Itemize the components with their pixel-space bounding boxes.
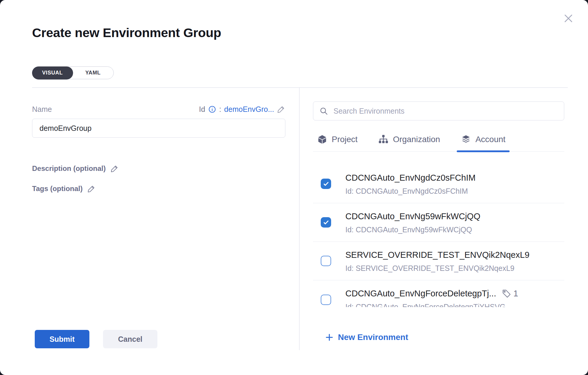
- tag-icon: [502, 289, 511, 298]
- search-input[interactable]: [333, 107, 558, 116]
- tag-count: 1: [513, 289, 518, 298]
- edit-id-icon[interactable]: [277, 105, 285, 113]
- visual-yaml-toggle: VISUAL YAML: [32, 66, 114, 79]
- env-id: Id: CDCNGAuto_EnvNg59wFkWCjQQ: [345, 225, 480, 234]
- check-icon: [323, 219, 330, 226]
- env-id: Id: CDCNGAuto_EnvNgForceDeletegpTjYHSVG: [345, 302, 518, 307]
- env-checkbox[interactable]: [321, 217, 331, 228]
- edit-description-icon[interactable]: [110, 164, 119, 173]
- edit-tags-icon[interactable]: [87, 185, 96, 193]
- submit-button[interactable]: Submit: [35, 330, 89, 348]
- scope-tabs: Project Organization Account: [313, 120, 564, 152]
- close-icon: [563, 13, 574, 24]
- env-checkbox[interactable]: [321, 256, 331, 266]
- tab-project-label: Project: [332, 134, 358, 145]
- id-row: Id : demoEnvGro...: [199, 105, 285, 114]
- tab-project[interactable]: Project: [314, 134, 361, 145]
- page-title: Create new Environment Group: [32, 26, 221, 40]
- environment-list: CDCNGAuto_EnvNgdCz0sFChIM Id: CDCNGAuto_…: [313, 165, 564, 307]
- id-separator: :: [219, 105, 221, 114]
- group-details-form: Name Id : demoEnvGro... Description (opt…: [32, 103, 285, 193]
- env-checkbox[interactable]: [321, 179, 331, 189]
- create-env-group-dialog: Create new Environment Group VISUAL YAML…: [0, 0, 588, 375]
- env-name: SERVICE_OVERRIDE_TEST_ENVQik2NqexL9: [345, 249, 529, 260]
- id-label: Id: [199, 105, 205, 114]
- tab-account[interactable]: Account: [457, 134, 509, 145]
- plus-icon: [325, 333, 334, 342]
- env-list-item[interactable]: CDCNGAuto_EnvNgForceDeletegpTj... 1 Id: …: [313, 280, 564, 307]
- env-checkbox[interactable]: [321, 295, 331, 305]
- toggle-yaml[interactable]: YAML: [72, 67, 113, 79]
- dialog-footer: Submit Cancel: [35, 330, 157, 348]
- tab-organization-label: Organization: [393, 134, 440, 145]
- env-list-item[interactable]: CDCNGAuto_EnvNgdCz0sFChIM Id: CDCNGAuto_…: [313, 165, 564, 203]
- search-box: [313, 101, 564, 120]
- env-name: CDCNGAuto_EnvNg59wFkWCjQQ: [345, 211, 480, 222]
- panel-divider: [299, 87, 300, 350]
- layers-icon: [461, 134, 471, 144]
- tab-organization[interactable]: Organization: [375, 134, 444, 145]
- toggle-visual[interactable]: VISUAL: [32, 66, 73, 80]
- env-name: CDCNGAuto_EnvNgForceDeletegpTj...: [345, 288, 496, 299]
- search-icon: [319, 107, 328, 115]
- env-id: Id: CDCNGAuto_EnvNgdCz0sFChIM: [345, 186, 475, 196]
- cube-icon: [317, 134, 327, 144]
- env-list-item[interactable]: SERVICE_OVERRIDE_TEST_ENVQik2NqexL9 Id: …: [313, 242, 564, 280]
- id-value[interactable]: demoEnvGro...: [224, 105, 274, 114]
- tab-account-label: Account: [475, 134, 505, 145]
- env-list-item[interactable]: CDCNGAuto_EnvNg59wFkWCjQQ Id: CDCNGAuto_…: [313, 203, 564, 242]
- close-button[interactable]: [562, 12, 575, 25]
- tag-count-badge: 1: [502, 289, 518, 298]
- env-id: Id: SERVICE_OVERRIDE_TEST_ENVQik2NqexL9: [345, 263, 529, 273]
- name-input[interactable]: [32, 119, 285, 138]
- cancel-button[interactable]: Cancel: [103, 330, 157, 348]
- name-label: Name: [32, 105, 52, 114]
- env-name: CDCNGAuto_EnvNgdCz0sFChIM: [345, 172, 475, 183]
- tags-label: Tags (optional): [32, 185, 83, 193]
- header-divider: [32, 87, 568, 88]
- org-hierarchy-icon: [378, 134, 388, 144]
- description-label: Description (optional): [32, 164, 106, 173]
- check-icon: [323, 180, 330, 188]
- info-icon[interactable]: [208, 105, 216, 113]
- new-environment-label: New Environment: [338, 333, 408, 342]
- new-environment-button[interactable]: New Environment: [325, 333, 408, 342]
- environment-picker-panel: Project Organization Account CDCNGAuto_E…: [313, 101, 564, 343]
